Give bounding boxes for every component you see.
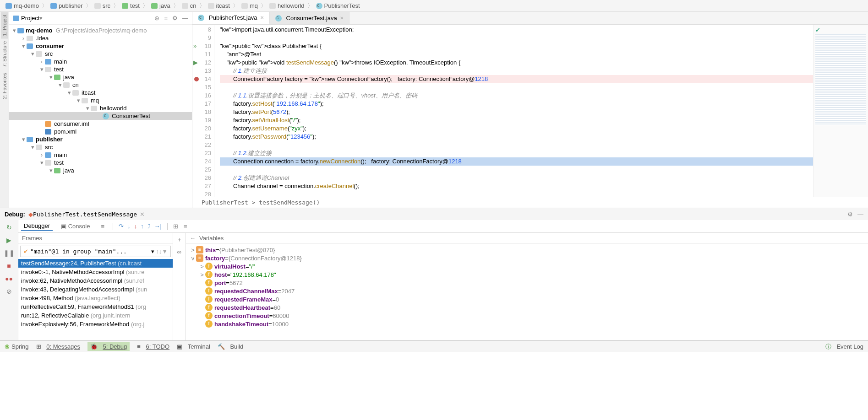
variable-row[interactable]: >≡this = {PublisherTest@870} xyxy=(186,246,868,254)
crumb-8[interactable]: helloworld xyxy=(268,2,306,9)
crumb-9[interactable]: PublisherTest xyxy=(315,2,361,9)
project-panel-title[interactable]: Project ▾ xyxy=(13,15,154,22)
threads-icon[interactable]: ≡ xyxy=(98,222,107,231)
tree-root[interactable]: ▾mq-demo G:\Projects\IdeaProjects\mq-dem… xyxy=(9,27,192,34)
crumb-2[interactable]: src xyxy=(93,2,111,9)
more-icon[interactable]: ≡ xyxy=(184,223,187,230)
messages-tool[interactable]: ⊞ 0: Messages xyxy=(36,343,80,350)
variable-row[interactable]: fhandshakeTimeout = 10000 xyxy=(186,320,868,328)
drop-frame-icon[interactable]: ⤴ xyxy=(147,223,151,230)
run-to-cursor-icon[interactable]: →| xyxy=(154,223,162,230)
frame-item[interactable]: invokeExplosively:56, FrameworkMethod (o… xyxy=(18,320,173,328)
code-area[interactable]: "kw">import java.util.concurrent.Timeout… xyxy=(214,25,813,197)
debug-tool[interactable]: 🐞 5: Debug xyxy=(87,342,130,351)
spring-tool[interactable]: ❀Spring xyxy=(5,343,29,350)
hide-icon[interactable]: — xyxy=(182,15,188,22)
variable-row[interactable]: frequestedChannelMax = 2047 xyxy=(186,287,868,295)
tree-node[interactable]: ▾cn xyxy=(9,81,192,89)
crumb-4[interactable]: java xyxy=(150,2,171,9)
expand-icon[interactable]: ≡ xyxy=(164,15,168,22)
event-log[interactable]: ⓘ Event Log xyxy=(825,343,863,351)
step-over-icon[interactable]: ↷ xyxy=(119,223,124,230)
variable-row[interactable]: >fvirtualHost = "/" xyxy=(186,262,868,270)
build-tool[interactable]: 🔨 Build xyxy=(218,343,244,350)
variable-row[interactable]: frequestedFrameMax = 0 xyxy=(186,295,868,303)
filter-icon[interactable]: ▼ xyxy=(162,248,168,255)
tree-node[interactable]: ▾consumer xyxy=(9,42,192,50)
project-tool-tab[interactable]: 1: Project xyxy=(1,12,8,38)
pause-icon[interactable]: ❚❚ xyxy=(5,248,14,258)
minimap[interactable]: ✔ xyxy=(813,25,868,197)
frame-item[interactable]: run:12, ReflectiveCallable (org.junit.in… xyxy=(18,311,173,320)
step-out-icon[interactable]: ↑ xyxy=(141,223,144,230)
editor-breadcrumb[interactable]: PublisherTest > testSendMessage() xyxy=(192,197,868,208)
tree-node[interactable]: ▾helloworld xyxy=(9,104,192,112)
crumb-5[interactable]: cn xyxy=(181,2,197,9)
debug-run-config[interactable]: PublisherTest.testSendMessage xyxy=(33,211,137,218)
link-icon[interactable]: ∞ xyxy=(177,248,181,255)
stop-icon[interactable]: ■ xyxy=(5,261,14,270)
editor-tab[interactable]: ConsumerTest.java✕ xyxy=(270,12,349,24)
terminal-tool[interactable]: ▣ Terminal xyxy=(177,343,210,350)
debugger-tab[interactable]: Debugger xyxy=(21,221,53,231)
variable-row[interactable]: frequestedHeartbeat = 60 xyxy=(186,303,868,312)
add-icon[interactable]: ＋ xyxy=(176,236,182,244)
mute-bp-icon[interactable]: ⊘ xyxy=(5,287,14,296)
crumb-6[interactable]: itcast xyxy=(207,2,231,9)
variable-row[interactable]: fconnectionTimeout = 60000 xyxy=(186,312,868,320)
gear-icon[interactable]: ⚙ xyxy=(172,15,178,22)
variable-row[interactable]: fport = 5672 xyxy=(186,279,868,287)
close-icon[interactable]: ✕ xyxy=(340,16,344,21)
close-icon[interactable]: ✕ xyxy=(140,211,145,218)
thread-dropdown[interactable]: ✔ "main"@1 in group "main"... ▾ ↑ ↓ ▼ xyxy=(20,246,171,257)
tree-node[interactable]: ›main xyxy=(9,58,192,65)
breakpoints-icon[interactable]: ●● xyxy=(5,274,14,283)
todo-tool[interactable]: ≡ 6: TODO xyxy=(137,343,169,350)
crumb-3[interactable]: test xyxy=(121,2,141,9)
tree-node[interactable]: ▾test xyxy=(9,65,192,73)
frame-item[interactable]: runReflectiveCall:59, FrameworkMethod$1 … xyxy=(18,302,173,311)
tree-node[interactable]: consumer.iml xyxy=(9,120,192,128)
tree-node[interactable]: ▾src xyxy=(9,50,192,58)
tree-node[interactable]: ›main xyxy=(9,151,192,159)
tree-node[interactable]: ▾publisher xyxy=(9,135,192,143)
variable-row[interactable]: v≡factory = {ConnectionFactory@1218} xyxy=(186,254,868,262)
hide-icon[interactable]: — xyxy=(857,211,863,218)
tree-node[interactable]: ▾java xyxy=(9,167,192,174)
tree-node[interactable]: ▾mq xyxy=(9,97,192,104)
favorites-tool-tab[interactable]: 2: Favorites xyxy=(1,70,8,102)
frame-item[interactable]: invoke:43, DelegatingMethodAccessorImpl … xyxy=(18,285,173,294)
crumb-7[interactable]: mq xyxy=(240,2,259,9)
tree-node[interactable]: ▾test xyxy=(9,159,192,167)
editor-gutter[interactable]: 89»1011▶12131415161718192021222324252627… xyxy=(192,25,214,197)
variables-tree[interactable]: >≡this = {PublisherTest@870}v≡factory = … xyxy=(186,244,868,340)
structure-tool-tab[interactable]: 7: Structure xyxy=(1,38,8,70)
tree-node[interactable]: pom.xml xyxy=(9,128,192,135)
crumb-0[interactable]: mq-demo xyxy=(5,2,40,9)
close-icon[interactable]: ✕ xyxy=(260,15,264,20)
variable-row[interactable]: >fhost = "192.168.64.178" xyxy=(186,270,868,279)
frame-item[interactable]: testSendMessage:24, PublisherTest (cn.it… xyxy=(18,259,173,268)
step-into-icon[interactable]: ↓ xyxy=(127,223,131,230)
project-tree[interactable]: ▾mq-demo G:\Projects\IdeaProjects\mq-dem… xyxy=(9,25,192,208)
target-icon[interactable]: ⊕ xyxy=(154,15,159,22)
frames-list[interactable]: testSendMessage:24, PublisherTest (cn.it… xyxy=(18,259,173,340)
rerun-icon[interactable]: ↻ xyxy=(5,223,14,232)
force-step-into-icon[interactable]: ↓ xyxy=(134,223,137,230)
crumb-1[interactable]: publisher xyxy=(49,2,84,9)
frame-item[interactable]: invoke:62, NativeMethodAccessorImpl (sun… xyxy=(18,276,173,285)
editor-tab-active[interactable]: PublisherTest.java✕ xyxy=(192,12,270,24)
frame-item[interactable]: invoke:498, Method (java.lang.reflect) xyxy=(18,294,173,302)
resume-icon[interactable]: ▶ xyxy=(5,236,14,245)
frame-item[interactable]: invoke0:-1, NativeMethodAccessorImpl (su… xyxy=(18,268,173,276)
tree-node-selected[interactable]: ConsumerTest xyxy=(9,112,192,120)
tree-node[interactable]: ›.idea xyxy=(9,34,192,42)
evaluate-icon[interactable]: ⊞ xyxy=(173,223,178,230)
console-tab[interactable]: ▣ Console xyxy=(58,222,93,231)
editor[interactable]: 89»1011▶12131415161718192021222324252627… xyxy=(192,25,868,197)
gear-icon[interactable]: ⚙ xyxy=(847,211,853,218)
tree-node[interactable]: ▾java xyxy=(9,73,192,81)
tree-node[interactable]: ▾src xyxy=(9,143,192,151)
tree-node[interactable]: ▾itcast xyxy=(9,89,192,97)
back-icon[interactable]: ← xyxy=(190,235,196,242)
